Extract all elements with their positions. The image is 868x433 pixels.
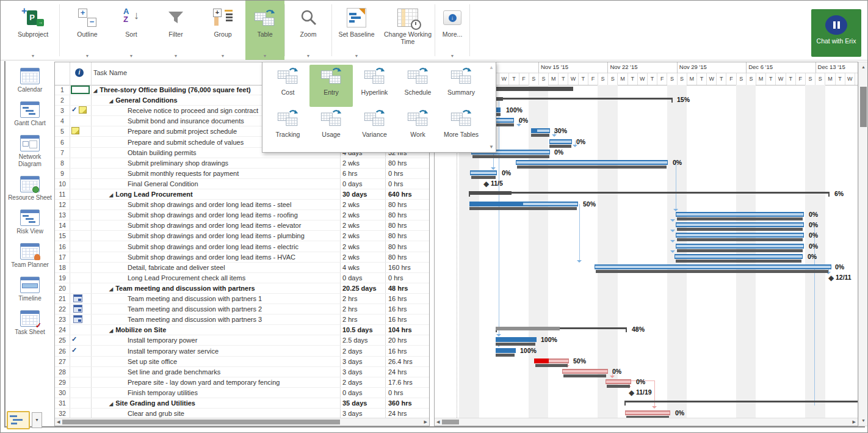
timescale-day[interactable]: T xyxy=(558,73,568,85)
task-name-cell[interactable]: Prepare site - lay down yard and tempora… xyxy=(91,377,377,387)
summary-bracket[interactable] xyxy=(624,401,858,402)
duration-cell[interactable]: 3 days xyxy=(342,357,383,366)
expand-triangle-icon[interactable]: ◢ xyxy=(93,88,97,93)
work-cell[interactable]: 640 hrs xyxy=(388,189,429,199)
work-cell[interactable]: 24 hrs xyxy=(388,367,429,377)
task-bar[interactable] xyxy=(470,170,497,175)
timescale-day[interactable]: S xyxy=(805,73,815,85)
task-name-cell[interactable]: Team meeting and discussion with partner… xyxy=(91,304,377,314)
table-row[interactable]: 17Submit shop drawings and order long le… xyxy=(55,252,429,263)
dropdown-scroll-down-icon[interactable]: ▼ xyxy=(489,144,494,150)
expand-triangle-icon[interactable]: ◢ xyxy=(109,192,113,198)
table-row[interactable]: 20◢Team meeting and discussion with part… xyxy=(55,283,429,294)
timescale-day[interactable]: S xyxy=(667,73,676,85)
sidebar-item-risk-view[interactable]: Risk View xyxy=(5,209,54,235)
chevron-down-icon[interactable]: ▼ xyxy=(355,54,359,58)
timescale-day[interactable]: F xyxy=(519,73,529,85)
work-cell[interactable]: 80 hrs xyxy=(388,220,429,230)
task-name-cell[interactable]: Team meeting and discussion with partner… xyxy=(91,294,377,304)
indicators-cell[interactable] xyxy=(70,304,91,314)
row-number[interactable]: 21 xyxy=(55,294,70,304)
sidebar-item-resource-sheet[interactable]: Resource Sheet xyxy=(5,176,54,202)
dropdown-item-hyperlink[interactable]: Hyperlink xyxy=(353,65,396,107)
table-row[interactable]: 10Final General Condition0 days0 hrs xyxy=(55,179,429,189)
table-row[interactable]: 11◢Long Lead Procurement30 days640 hrs xyxy=(55,189,429,200)
row-number[interactable]: 5 xyxy=(55,126,70,136)
chat-with-erix-button[interactable]: Chat with Erix xyxy=(811,9,861,57)
timescale-day[interactable]: T xyxy=(765,73,775,85)
critical-task-bar[interactable] xyxy=(562,369,608,374)
task-name-cell[interactable]: Submit shop drawings and order long lead… xyxy=(91,210,377,220)
indicators-cell[interactable] xyxy=(70,294,91,304)
timescale-day[interactable]: W xyxy=(499,73,508,85)
indicators-cell[interactable] xyxy=(70,263,91,272)
scrollbar-thumb[interactable] xyxy=(860,87,867,127)
timescale-day[interactable]: W xyxy=(568,73,577,85)
scroll-up-icon[interactable]: ▲ xyxy=(861,64,866,71)
dropdown-item-work[interactable]: Work xyxy=(396,107,439,149)
task-bar[interactable] xyxy=(676,222,804,227)
row-number[interactable]: 17 xyxy=(55,252,70,262)
row-number[interactable]: 28 xyxy=(55,367,70,377)
task-name-cell[interactable]: Submit shop drawings and order long lead… xyxy=(91,231,377,241)
row-number[interactable]: 2 xyxy=(55,95,70,105)
timescale-day[interactable]: W xyxy=(637,73,647,85)
timescale-day[interactable]: S xyxy=(529,73,538,85)
row-number[interactable]: 10 xyxy=(55,179,70,189)
task-name-cell[interactable]: Clear and grub site xyxy=(91,409,377,418)
indicators-cell[interactable] xyxy=(70,315,91,324)
timescale-day[interactable]: F xyxy=(726,73,736,85)
task-name-cell[interactable]: Set line and grade benchmarks xyxy=(91,367,377,377)
table-row[interactable]: 24◢Mobilize on Site10.5 days104 hrs xyxy=(55,325,429,335)
indicators-cell[interactable] xyxy=(70,388,91,398)
row-number[interactable]: 7 xyxy=(55,148,70,158)
timescale-day[interactable]: F xyxy=(795,73,805,85)
timescale-day[interactable]: S xyxy=(677,73,687,85)
task-name-cell[interactable]: Finish temporay utilities xyxy=(91,388,377,398)
task-name-cell[interactable]: Submit shop drawings and order long lead… xyxy=(91,220,377,230)
critical-task-bar[interactable] xyxy=(534,358,569,363)
duration-cell[interactable]: 30 days xyxy=(342,189,383,199)
indicators-cell[interactable] xyxy=(70,398,91,408)
indicators-cell[interactable] xyxy=(70,189,91,199)
duration-cell[interactable]: 2 hrs xyxy=(342,294,383,304)
scrollbar-thumb[interactable] xyxy=(442,420,459,424)
timescale-day[interactable]: M xyxy=(825,73,834,85)
timescale-day[interactable]: S xyxy=(815,73,825,85)
milestone-diamond-icon[interactable]: ◆ xyxy=(828,275,834,281)
sidebar-item-task-sheet[interactable]: ✓Task Sheet xyxy=(5,310,54,336)
indicators-cell[interactable]: ✓ xyxy=(70,346,91,356)
sidebar-item-team-planner[interactable]: Team Planner xyxy=(5,243,54,269)
row-number[interactable]: 16 xyxy=(55,242,70,252)
task-bar[interactable] xyxy=(496,348,516,353)
scroll-down-icon[interactable]: ▼ xyxy=(861,417,866,424)
row-number[interactable]: 29 xyxy=(55,377,70,387)
table-row[interactable]: 9Submit monthly requests for payment6 hr… xyxy=(55,169,429,179)
task-name-cell[interactable]: Set up site office xyxy=(91,357,377,366)
table-row[interactable]: 13Submit shop drawings and order long le… xyxy=(55,210,429,220)
table-row[interactable]: 19Long Lead Procurement check all items0… xyxy=(55,273,429,283)
indicators-cell[interactable] xyxy=(70,158,91,168)
work-cell[interactable]: 0 hrs xyxy=(388,169,429,178)
indicators-cell[interactable] xyxy=(70,325,91,335)
timescale-day[interactable]: T xyxy=(578,73,588,85)
work-cell[interactable]: 17.6 hrs xyxy=(388,377,429,387)
row-number[interactable]: 22 xyxy=(55,304,70,314)
duration-cell[interactable]: 2 days xyxy=(342,377,383,387)
chevron-down-icon[interactable]: ▼ xyxy=(221,54,225,58)
indicators-cell[interactable] xyxy=(70,283,91,293)
table-horizontal-scrollbar[interactable]: ◀ ▶ xyxy=(55,418,429,426)
summary-bracket[interactable] xyxy=(496,327,627,329)
work-cell[interactable]: 0 hrs xyxy=(388,388,429,398)
row-number[interactable]: 32 xyxy=(55,409,70,418)
duration-cell[interactable]: 0 days xyxy=(342,273,383,283)
timescale-day[interactable]: T xyxy=(647,73,657,85)
work-cell[interactable]: 80 hrs xyxy=(388,252,429,262)
timescale-day[interactable]: S xyxy=(607,73,617,85)
task-name-cell[interactable]: Long Lead Procurement check all items xyxy=(91,273,377,283)
group-button[interactable]: + Group ▼ xyxy=(200,1,245,60)
work-cell[interactable]: 160 hrs xyxy=(388,263,429,272)
dropdown-item-usage[interactable]: Usage xyxy=(309,107,353,149)
timescale-day[interactable]: T xyxy=(696,73,706,85)
row-number[interactable]: 19 xyxy=(55,273,70,283)
